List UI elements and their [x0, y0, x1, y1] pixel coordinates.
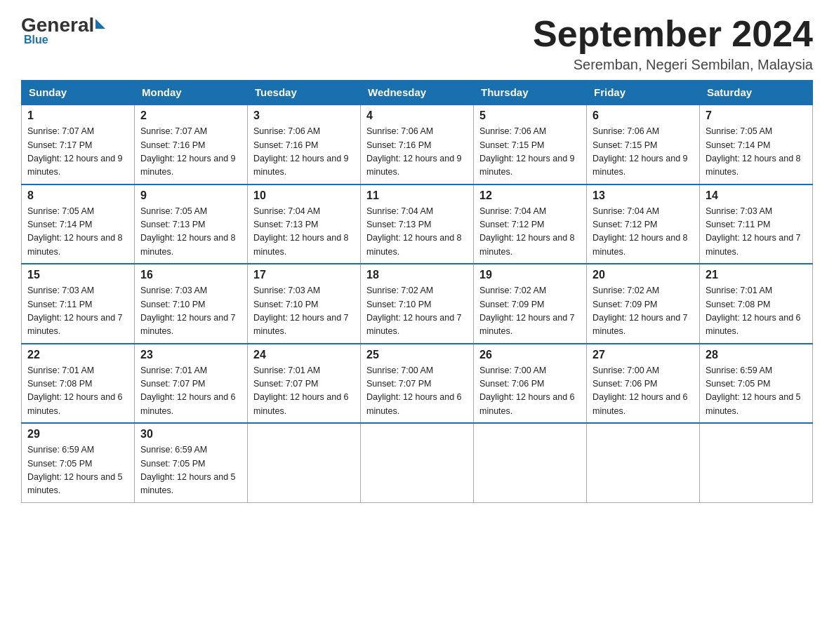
day-info: Sunrise: 7:05 AMSunset: 7:14 PMDaylight:… — [706, 125, 807, 180]
calendar-day-cell: 3Sunrise: 7:06 AMSunset: 7:16 PMDaylight… — [248, 105, 361, 185]
day-number: 25 — [366, 349, 468, 361]
day-number: 14 — [706, 189, 807, 202]
day-info: Sunrise: 7:05 AMSunset: 7:14 PMDaylight:… — [27, 205, 128, 260]
column-header-saturday: Saturday — [700, 81, 813, 105]
column-header-friday: Friday — [587, 81, 700, 105]
calendar-day-cell: 7Sunrise: 7:05 AMSunset: 7:14 PMDaylight… — [700, 105, 813, 185]
day-number: 28 — [706, 349, 807, 361]
day-number: 19 — [479, 269, 581, 281]
empty-cell — [248, 423, 361, 502]
calendar-day-cell: 16Sunrise: 7:03 AMSunset: 7:10 PMDayligh… — [135, 264, 248, 344]
calendar-day-cell: 28Sunrise: 6:59 AMSunset: 7:05 PMDayligh… — [700, 344, 813, 424]
day-info: Sunrise: 7:06 AMSunset: 7:16 PMDaylight:… — [366, 125, 468, 180]
day-number: 23 — [140, 349, 241, 361]
calendar-day-cell: 13Sunrise: 7:04 AMSunset: 7:12 PMDayligh… — [587, 185, 700, 264]
day-info: Sunrise: 7:03 AMSunset: 7:10 PMDaylight:… — [253, 284, 355, 339]
calendar-day-cell: 29Sunrise: 6:59 AMSunset: 7:05 PMDayligh… — [22, 423, 135, 502]
calendar-day-cell: 17Sunrise: 7:03 AMSunset: 7:10 PMDayligh… — [248, 264, 361, 344]
main-title: September 2024 — [533, 14, 813, 54]
day-number: 21 — [706, 269, 807, 281]
day-number: 30 — [140, 428, 241, 441]
calendar-day-cell: 18Sunrise: 7:02 AMSunset: 7:10 PMDayligh… — [361, 264, 474, 344]
day-number: 18 — [366, 269, 468, 281]
day-number: 29 — [27, 428, 128, 441]
day-number: 26 — [479, 349, 581, 361]
logo-blue-text: Blue — [24, 34, 48, 46]
day-info: Sunrise: 7:01 AMSunset: 7:08 PMDaylight:… — [706, 284, 807, 339]
day-info: Sunrise: 6:59 AMSunset: 7:05 PMDaylight:… — [140, 443, 241, 498]
day-number: 6 — [593, 109, 694, 122]
calendar-day-cell: 27Sunrise: 7:00 AMSunset: 7:06 PMDayligh… — [587, 344, 700, 424]
day-number: 5 — [479, 109, 581, 122]
calendar-day-cell: 15Sunrise: 7:03 AMSunset: 7:11 PMDayligh… — [22, 264, 135, 344]
day-info: Sunrise: 7:03 AMSunset: 7:11 PMDaylight:… — [706, 205, 807, 260]
day-number: 8 — [27, 189, 128, 202]
calendar-day-cell: 25Sunrise: 7:00 AMSunset: 7:07 PMDayligh… — [361, 344, 474, 424]
day-info: Sunrise: 7:02 AMSunset: 7:09 PMDaylight:… — [593, 284, 694, 339]
title-section: September 2024 Seremban, Negeri Sembilan… — [533, 14, 813, 73]
day-number: 24 — [253, 349, 355, 361]
day-info: Sunrise: 7:04 AMSunset: 7:13 PMDaylight:… — [253, 205, 355, 260]
calendar-day-cell: 5Sunrise: 7:06 AMSunset: 7:15 PMDaylight… — [474, 105, 587, 185]
day-info: Sunrise: 7:02 AMSunset: 7:10 PMDaylight:… — [366, 284, 468, 339]
day-number: 11 — [366, 189, 468, 202]
logo: General Blue — [21, 14, 105, 46]
day-number: 13 — [593, 189, 694, 202]
calendar-day-cell: 22Sunrise: 7:01 AMSunset: 7:08 PMDayligh… — [22, 344, 135, 424]
day-info: Sunrise: 6:59 AMSunset: 7:05 PMDaylight:… — [27, 443, 128, 498]
calendar-day-cell: 30Sunrise: 6:59 AMSunset: 7:05 PMDayligh… — [135, 423, 248, 502]
calendar-day-cell: 8Sunrise: 7:05 AMSunset: 7:14 PMDaylight… — [22, 185, 135, 264]
column-header-sunday: Sunday — [22, 81, 135, 105]
day-info: Sunrise: 7:05 AMSunset: 7:13 PMDaylight:… — [140, 205, 241, 260]
day-info: Sunrise: 7:03 AMSunset: 7:11 PMDaylight:… — [27, 284, 128, 339]
calendar-day-cell: 2Sunrise: 7:07 AMSunset: 7:16 PMDaylight… — [135, 105, 248, 185]
day-number: 16 — [140, 269, 241, 281]
column-header-monday: Monday — [135, 81, 248, 105]
day-number: 15 — [27, 269, 128, 281]
day-info: Sunrise: 7:06 AMSunset: 7:16 PMDaylight:… — [253, 125, 355, 180]
calendar-week-row: 8Sunrise: 7:05 AMSunset: 7:14 PMDaylight… — [22, 185, 813, 264]
day-info: Sunrise: 7:01 AMSunset: 7:08 PMDaylight:… — [27, 364, 128, 419]
day-info: Sunrise: 7:04 AMSunset: 7:13 PMDaylight:… — [366, 205, 468, 260]
day-info: Sunrise: 7:03 AMSunset: 7:10 PMDaylight:… — [140, 284, 241, 339]
empty-cell — [700, 423, 813, 502]
calendar-day-cell: 9Sunrise: 7:05 AMSunset: 7:13 PMDaylight… — [135, 185, 248, 264]
day-number: 4 — [366, 109, 468, 122]
day-number: 27 — [593, 349, 694, 361]
calendar-week-row: 15Sunrise: 7:03 AMSunset: 7:11 PMDayligh… — [22, 264, 813, 344]
day-number: 12 — [479, 189, 581, 202]
day-info: Sunrise: 7:00 AMSunset: 7:07 PMDaylight:… — [366, 364, 468, 419]
day-info: Sunrise: 7:06 AMSunset: 7:15 PMDaylight:… — [593, 125, 694, 180]
calendar-week-row: 1Sunrise: 7:07 AMSunset: 7:17 PMDaylight… — [22, 105, 813, 185]
subtitle: Seremban, Negeri Sembilan, Malaysia — [533, 57, 813, 73]
day-info: Sunrise: 7:00 AMSunset: 7:06 PMDaylight:… — [479, 364, 581, 419]
calendar-day-cell: 12Sunrise: 7:04 AMSunset: 7:12 PMDayligh… — [474, 185, 587, 264]
day-number: 17 — [253, 269, 355, 281]
calendar-day-cell: 19Sunrise: 7:02 AMSunset: 7:09 PMDayligh… — [474, 264, 587, 344]
calendar-week-row: 29Sunrise: 6:59 AMSunset: 7:05 PMDayligh… — [22, 423, 813, 502]
calendar-day-cell: 1Sunrise: 7:07 AMSunset: 7:17 PMDaylight… — [22, 105, 135, 185]
day-number: 2 — [140, 109, 241, 122]
day-info: Sunrise: 6:59 AMSunset: 7:05 PMDaylight:… — [706, 364, 807, 419]
empty-cell — [474, 423, 587, 502]
calendar-header-row: SundayMondayTuesdayWednesdayThursdayFrid… — [22, 81, 813, 105]
calendar-day-cell: 23Sunrise: 7:01 AMSunset: 7:07 PMDayligh… — [135, 344, 248, 424]
calendar-day-cell: 6Sunrise: 7:06 AMSunset: 7:15 PMDaylight… — [587, 105, 700, 185]
logo-triangle-icon — [95, 19, 105, 29]
day-number: 22 — [27, 349, 128, 361]
calendar-week-row: 22Sunrise: 7:01 AMSunset: 7:08 PMDayligh… — [22, 344, 813, 424]
day-info: Sunrise: 7:06 AMSunset: 7:15 PMDaylight:… — [479, 125, 581, 180]
column-header-thursday: Thursday — [474, 81, 587, 105]
calendar-table: SundayMondayTuesdayWednesdayThursdayFrid… — [21, 80, 813, 503]
column-header-tuesday: Tuesday — [248, 81, 361, 105]
day-info: Sunrise: 7:02 AMSunset: 7:09 PMDaylight:… — [479, 284, 581, 339]
page-header: General Blue September 2024 Seremban, Ne… — [21, 14, 813, 73]
calendar-day-cell: 21Sunrise: 7:01 AMSunset: 7:08 PMDayligh… — [700, 264, 813, 344]
day-info: Sunrise: 7:07 AMSunset: 7:16 PMDaylight:… — [140, 125, 241, 180]
calendar-day-cell: 24Sunrise: 7:01 AMSunset: 7:07 PMDayligh… — [248, 344, 361, 424]
day-number: 20 — [593, 269, 694, 281]
day-info: Sunrise: 7:07 AMSunset: 7:17 PMDaylight:… — [27, 125, 128, 180]
day-info: Sunrise: 7:00 AMSunset: 7:06 PMDaylight:… — [593, 364, 694, 419]
day-number: 1 — [27, 109, 128, 122]
empty-cell — [361, 423, 474, 502]
